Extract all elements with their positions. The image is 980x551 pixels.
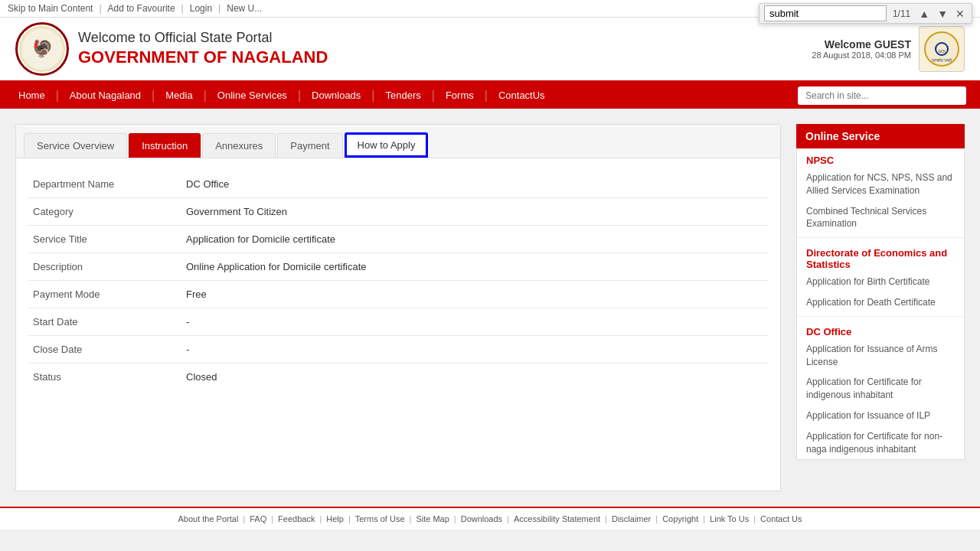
nav-forms[interactable]: Forms bbox=[435, 82, 485, 109]
row-value-description: Online Application for Domicile certific… bbox=[186, 261, 367, 272]
footer-about[interactable]: About the Portal bbox=[178, 514, 238, 523]
tab-how-to-apply[interactable]: How to Apply bbox=[345, 132, 429, 158]
find-close-button[interactable]: ✕ bbox=[953, 8, 967, 20]
gov-india-badge: सत्यमेव जयते GOI bbox=[919, 26, 965, 72]
sidebar-section-dc: DC Office bbox=[797, 320, 964, 339]
find-bar: 1/11 ▲ ▼ ✕ bbox=[759, 3, 972, 24]
nav-home[interactable]: Home bbox=[8, 82, 56, 109]
main-nav: Home | About Nagaland | Media | Online S… bbox=[0, 82, 980, 109]
svg-text:सत्यमेव जयते: सत्यमेव जयते bbox=[931, 57, 953, 63]
state-logo: 🦃 bbox=[15, 22, 69, 76]
footer-disclaimer[interactable]: Disclaimer bbox=[612, 514, 651, 523]
top-bar: Skip to Main Content | Add to Favourite … bbox=[0, 0, 980, 18]
guest-welcome: Welcome GUEST bbox=[812, 38, 911, 51]
skip-main-link[interactable]: Skip to Main Content bbox=[8, 3, 93, 14]
current-date: 28 August 2018, 04:08 PM bbox=[812, 51, 911, 60]
find-next-button[interactable]: ▼ bbox=[935, 8, 950, 20]
row-label-category: Category bbox=[33, 206, 186, 217]
nav-tenders[interactable]: Tenders bbox=[375, 82, 432, 109]
header-right: Welcome GUEST 28 August 2018, 04:08 PM स… bbox=[812, 26, 965, 72]
svg-text:GOI: GOI bbox=[938, 49, 945, 54]
tab-annexures[interactable]: Annexures bbox=[202, 133, 276, 158]
sep3: | bbox=[218, 3, 220, 14]
sidebar-section-npsc: NPSC bbox=[797, 148, 964, 168]
row-label-service-title: Service Title bbox=[33, 233, 186, 245]
row-label-dept: Department Name bbox=[33, 178, 186, 190]
table-row: Start Date - bbox=[28, 308, 768, 336]
nav-downloads[interactable]: Downloads bbox=[301, 82, 371, 109]
table-row: Department Name DC Office bbox=[28, 171, 768, 198]
welcome-user: Welcome GUEST 28 August 2018, 04:08 PM bbox=[812, 38, 911, 60]
sidebar-link-indigenous[interactable]: Application for Certificate for indigeno… bbox=[797, 372, 964, 406]
footer-contact[interactable]: Contact Us bbox=[760, 514, 802, 523]
table-row: Description Online Application for Domic… bbox=[28, 253, 768, 281]
login-link[interactable]: Login bbox=[190, 3, 212, 14]
footer: About the Portal | FAQ | Feedback | Help… bbox=[0, 507, 980, 530]
divider-2 bbox=[797, 316, 964, 317]
sidebar-link-death[interactable]: Application for Death Certificate bbox=[797, 292, 964, 313]
tab-instruction[interactable]: Instruction bbox=[129, 133, 201, 158]
footer-links: About the Portal | FAQ | Feedback | Help… bbox=[15, 514, 965, 523]
header-logo: 🦃 Welcome to Official State Portal GOVER… bbox=[15, 22, 328, 76]
main-container: Service Overview Instruction Annexures P… bbox=[0, 109, 980, 507]
footer-feedback[interactable]: Feedback bbox=[278, 514, 315, 523]
footer-sitemap[interactable]: Site Map bbox=[416, 514, 449, 523]
top-links: Skip to Main Content | Add to Favourite … bbox=[8, 3, 262, 14]
service-table: Department Name DC Office Category Gover… bbox=[16, 158, 780, 403]
row-value-start-date: - bbox=[186, 316, 189, 328]
row-value-payment: Free bbox=[186, 289, 207, 300]
tab-service-overview[interactable]: Service Overview bbox=[24, 133, 127, 158]
sep1: | bbox=[99, 3, 101, 14]
nav-contact[interactable]: ContactUs bbox=[488, 82, 556, 109]
sidebar-section-des: Directorate of Economics and Statistics bbox=[797, 241, 964, 272]
new-user-link[interactable]: New U... bbox=[227, 3, 262, 14]
table-row: Payment Mode Free bbox=[28, 281, 768, 308]
table-row: Close Date - bbox=[28, 336, 768, 364]
footer-terms[interactable]: Terms of Use bbox=[355, 514, 405, 523]
service-tabs: Service Overview Instruction Annexures P… bbox=[16, 125, 780, 158]
nav-online-services[interactable]: Online Services bbox=[207, 82, 298, 109]
footer-faq[interactable]: FAQ bbox=[250, 514, 266, 523]
sidebar-link-birth[interactable]: Application for Birth Certificate bbox=[797, 272, 964, 292]
gov-name: GOVERNMENT OF NAGALAND bbox=[78, 47, 328, 69]
nav-about[interactable]: About Nagaland bbox=[59, 82, 152, 109]
row-label-close-date: Close Date bbox=[33, 344, 186, 355]
header: 🦃 Welcome to Official State Portal GOVER… bbox=[0, 18, 980, 82]
sidebar: Online Service NPSC Application for NCS,… bbox=[796, 124, 965, 491]
footer-accessibility[interactable]: Accessibility Statement bbox=[514, 514, 600, 523]
row-label-status: Status bbox=[33, 371, 186, 383]
sidebar-link-ilp[interactable]: Application for Issuance of ILP bbox=[797, 406, 964, 426]
footer-copyright[interactable]: Copyright bbox=[662, 514, 698, 523]
row-label-start-date: Start Date bbox=[33, 316, 186, 328]
row-value-category: Government To Citizen bbox=[186, 206, 287, 217]
row-label-description: Description bbox=[33, 261, 186, 272]
row-value-service-title: Application for Domicile certificate bbox=[186, 233, 335, 245]
sidebar-link-non-naga[interactable]: Application for Certificate for non-naga… bbox=[797, 426, 964, 460]
search-input[interactable] bbox=[798, 86, 966, 105]
find-count: 1/11 bbox=[893, 8, 910, 19]
tab-payment[interactable]: Payment bbox=[277, 133, 342, 158]
logo-emblem: 🦃 bbox=[19, 26, 65, 72]
sidebar-title: Online Service bbox=[796, 124, 965, 148]
sidebar-link-arms[interactable]: Application for Issuance of Arms License bbox=[797, 339, 964, 373]
add-fav-link[interactable]: Add to Favourite bbox=[108, 3, 175, 14]
find-input[interactable] bbox=[764, 5, 887, 21]
footer-help[interactable]: Help bbox=[326, 514, 344, 523]
nav-media[interactable]: Media bbox=[155, 82, 203, 109]
sep2: | bbox=[181, 3, 184, 14]
footer-link-to-us[interactable]: Link To Us bbox=[710, 514, 749, 523]
row-value-status: Closed bbox=[186, 371, 217, 383]
footer-downloads[interactable]: Downloads bbox=[461, 514, 502, 523]
find-prev-button[interactable]: ▲ bbox=[916, 8, 932, 20]
row-value-close-date: - bbox=[186, 344, 189, 355]
sidebar-link-ncs[interactable]: Application for NCS, NPS, NSS and Allied… bbox=[797, 168, 964, 201]
table-row: Status Closed bbox=[28, 364, 768, 390]
sidebar-link-cts[interactable]: Combined Technical Services Examination bbox=[797, 201, 964, 235]
table-row: Category Government To Citizen bbox=[28, 198, 768, 226]
divider-1 bbox=[797, 237, 964, 238]
row-value-dept: DC Office bbox=[186, 178, 229, 190]
table-row: Service Title Application for Domicile c… bbox=[28, 226, 768, 253]
sidebar-content: NPSC Application for NCS, NPS, NSS and A… bbox=[796, 148, 965, 460]
header-title: Welcome to Official State Portal GOVERNM… bbox=[78, 29, 328, 69]
content-area: Service Overview Instruction Annexures P… bbox=[15, 124, 781, 491]
